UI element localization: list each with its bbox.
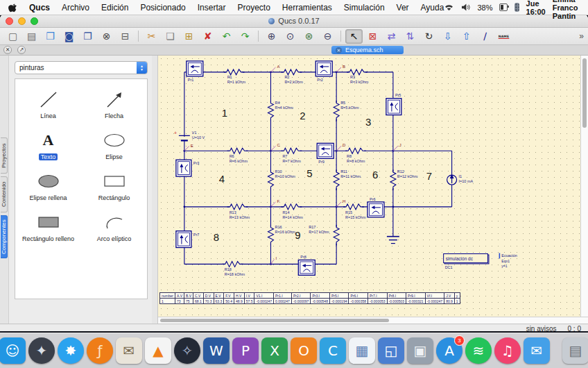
schematic-canvas[interactable]: + <box>158 56 580 317</box>
menu-ayuda[interactable]: Ayuda <box>421 3 444 12</box>
toolbar-save-all[interactable]: ❐ <box>79 29 96 44</box>
toolbar-save-document[interactable]: ◙ <box>60 29 78 44</box>
dock-icon-grid-app[interactable]: ▦ <box>349 337 375 364</box>
resistor-R8[interactable] <box>345 147 366 154</box>
dock-icon-excel[interactable]: X <box>261 337 288 364</box>
dock-icon-word[interactable]: W <box>203 337 230 364</box>
probe-Pr8[interactable] <box>298 260 315 275</box>
minimize-window-button[interactable] <box>18 17 26 25</box>
toolbar-copy[interactable]: ❏ <box>162 29 179 44</box>
palette-item-ellipse[interactable]: Elipse <box>81 124 147 165</box>
dock-icon-mail-stamp[interactable]: ✉ <box>116 337 142 364</box>
resistor-R6[interactable] <box>227 147 248 154</box>
dc-simulation-block[interactable]: simulación dc DC1 <box>444 253 489 269</box>
schematic[interactable]: + <box>158 56 580 317</box>
menu-qucs[interactable]: Qucs <box>29 3 50 12</box>
toolbar-zoom-in[interactable]: ⊕ <box>263 29 280 44</box>
resistor-R17[interactable] <box>333 225 340 246</box>
vertical-scrollbar[interactable] <box>580 56 588 317</box>
menu-herramientas[interactable]: Herramientas <box>282 3 332 12</box>
probe-Pr6[interactable] <box>368 202 384 217</box>
menu-insertar[interactable]: Insertar <box>198 3 226 12</box>
toolbar-deactivate-component[interactable]: ⊠ <box>364 29 381 44</box>
dock-icon-powerpoint[interactable]: P <box>232 337 259 364</box>
toolbar-print[interactable]: ⊟ <box>116 29 134 44</box>
menu-archivo[interactable]: Archivo <box>62 3 89 12</box>
resistor-R7[interactable] <box>281 147 302 154</box>
wires[interactable] <box>184 72 452 265</box>
dock-icon-app-store[interactable]: A3 <box>436 337 462 364</box>
sidebar-tab-proyectos[interactable]: Proyectos <box>1 137 8 174</box>
toolbar-insert-wire[interactable]: ∕ <box>476 29 494 44</box>
toolbar-redo[interactable]: ↷ <box>236 29 254 44</box>
menubar-clock[interactable]: Jue 16:00 <box>526 0 546 16</box>
sidebar-tab-componentes[interactable]: Componentes <box>1 215 8 258</box>
toolbar-close-document[interactable]: ⊗ <box>98 29 115 44</box>
toolbar-insert-label[interactable]: NAME <box>495 29 512 44</box>
toolbar-zoom-1-1[interactable]: ⊙ <box>282 29 299 44</box>
palette-item-rect-filled[interactable]: Rectángulo relleno <box>15 206 81 247</box>
resistor-R18[interactable] <box>223 260 243 267</box>
menu-edición[interactable]: Edición <box>101 3 128 12</box>
toolbar-overflow-chevron[interactable]: » <box>579 31 584 41</box>
toolbar-rotate-component[interactable]: ↻ <box>420 29 438 44</box>
toolbar-mirror-horizontal[interactable]: ⇄ <box>383 29 400 44</box>
dock-icon-safari[interactable]: ✸ <box>58 337 84 364</box>
toolbar-zoom-out[interactable]: ⊖ <box>319 29 336 44</box>
palette-item-arc[interactable]: Arco elíptico <box>81 206 147 247</box>
resistor-R16[interactable] <box>267 225 274 246</box>
horizontal-scrollbar-thumb[interactable] <box>160 319 389 322</box>
dock-icon-telescope-app[interactable]: ✧ <box>174 337 200 364</box>
vertical-scrollbar-thumb[interactable] <box>582 58 587 128</box>
dock-icon-firefox[interactable]: ƒ <box>87 337 113 364</box>
dock-icon-mail[interactable]: ✉ <box>524 337 550 364</box>
resistor-R13[interactable] <box>227 203 248 210</box>
toolbar-push-into-subcircuit[interactable]: ⇩ <box>439 29 456 44</box>
resistor-R10[interactable] <box>267 169 274 190</box>
probe-Pr2[interactable] <box>315 61 332 76</box>
resistor-R12[interactable] <box>390 169 397 190</box>
dock-icon-c-app[interactable]: C <box>320 337 346 364</box>
input-source-icon[interactable] <box>514 3 519 12</box>
palette-item-line[interactable]: Línea <box>15 83 81 124</box>
toolbar-new-text-document[interactable]: ▤ <box>23 29 40 44</box>
horizontal-scrollbar[interactable] <box>158 317 588 324</box>
menu-ver[interactable]: Ver <box>397 3 409 12</box>
dock-icon-finder[interactable]: ☺ <box>0 337 26 364</box>
menu-posicionado[interactable]: Posicionado <box>140 3 185 12</box>
menu-proyecto[interactable]: Proyecto <box>237 3 270 12</box>
palette-item-text[interactable]: ATexto <box>15 124 81 165</box>
probe-Pr3[interactable] <box>176 160 191 176</box>
toolbar-open-document[interactable]: ❒ <box>42 29 59 44</box>
toolbar-new-document[interactable]: ▢ <box>4 29 21 44</box>
resistor-R5[interactable] <box>333 101 340 122</box>
equation-block[interactable]: Ecuación Eqn1 y=1 <box>499 253 517 267</box>
voltage-source-V1[interactable]: + <box>174 131 190 140</box>
dock-icon-gray-app[interactable]: ▣ <box>407 337 433 364</box>
sidebar-tab-contenido[interactable]: Contenido <box>1 176 8 212</box>
sidebar-float-button[interactable]: ↗ <box>17 46 26 54</box>
dock-icon-outlook[interactable]: O <box>291 337 317 364</box>
dock-icon-spotify[interactable]: ≋ <box>465 337 492 364</box>
palette-item-arrow[interactable]: Flecha <box>81 83 147 124</box>
dock-icon-launchpad[interactable]: ✦ <box>28 337 55 364</box>
resistor-R11[interactable] <box>333 169 340 190</box>
toolbar-pop-out-subcircuit[interactable]: ⇧ <box>458 29 475 44</box>
toolbar-select-pointer[interactable]: ↖ <box>345 29 363 44</box>
resistor-R15[interactable] <box>343 203 364 210</box>
component-group-select[interactable]: pinturas ▲▼ <box>15 61 148 74</box>
sidebar-close-button[interactable]: ✕ <box>3 46 12 54</box>
palette-item-rect[interactable]: Rectángulo <box>81 165 147 206</box>
tab-close-icon[interactable]: ✕ <box>336 47 342 53</box>
menu-simulación[interactable]: Simulación <box>344 3 385 12</box>
toolbar-paste[interactable]: ⊞ <box>180 29 198 44</box>
probe-Pr9[interactable] <box>317 143 334 158</box>
palette-item-ellipse-filled[interactable]: Elipse rellena <box>15 165 81 206</box>
resistor-R14[interactable] <box>281 203 302 210</box>
dock-icon-vlc[interactable]: ▲ <box>145 337 171 364</box>
dock-icon-window-app[interactable]: ◱ <box>378 337 404 364</box>
current-source-I1[interactable] <box>447 174 457 185</box>
ground-symbol[interactable] <box>387 237 399 244</box>
toolbar-undo[interactable]: ↶ <box>218 29 235 44</box>
splitter[interactable] <box>152 56 158 324</box>
